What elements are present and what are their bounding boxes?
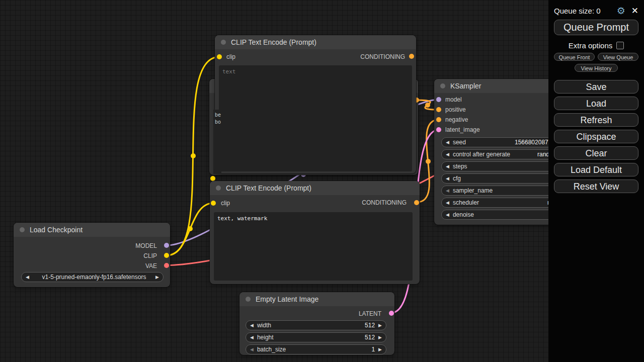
widget-value: 1566802087: [515, 139, 548, 146]
comfy-menu-panel: Queue size: 0 ⚙ ✕ Queue Prompt Extra opt…: [548, 0, 644, 362]
collapse-dot[interactable]: [246, 297, 251, 302]
widget-label: cfg: [453, 175, 461, 182]
decrement-icon[interactable]: ◀: [250, 347, 254, 352]
width-widget[interactable]: ◀ width 512 ▶: [246, 320, 386, 330]
clipspace-button[interactable]: Clipspace: [554, 130, 638, 143]
batch-size-widget[interactable]: ◀ batch_size 1 ▶: [246, 344, 386, 354]
extra-options-checkbox[interactable]: [616, 42, 624, 49]
conditioning-output-dot[interactable]: [409, 54, 414, 59]
next-icon[interactable]: ▶: [155, 275, 159, 280]
node-title-bar[interactable]: CLIP Text Encode (Prompt): [215, 35, 416, 49]
decrement-icon[interactable]: ◀: [446, 140, 449, 145]
queue-size-label: Queue size: 0: [554, 7, 617, 15]
widget-label: sampler_name: [453, 187, 493, 194]
widget-label: height: [257, 334, 274, 341]
queue-prompt-button[interactable]: Queue Prompt: [554, 20, 638, 35]
save-button[interactable]: Save: [554, 80, 638, 94]
widget-label: denoise: [453, 211, 474, 218]
widget-label: batch_size: [257, 346, 286, 353]
widget-value: 1: [371, 346, 375, 353]
collapse-dot[interactable]: [216, 186, 221, 191]
refresh-button[interactable]: Refresh: [554, 113, 638, 127]
model-output-label: MODEL: [135, 242, 157, 249]
model-input-label: model: [445, 96, 462, 103]
node-title: Load Checkpoint: [30, 226, 83, 234]
decrement-icon[interactable]: ◀: [446, 188, 449, 193]
clip-input-label: clip: [221, 200, 230, 207]
prompt-textarea[interactable]: text, watermark: [214, 212, 413, 281]
latent-output-label: LATENT: [359, 310, 381, 317]
clip-output-dot[interactable]: [164, 253, 169, 258]
model-output-dot[interactable]: [164, 243, 169, 248]
widget-label: scheduler: [453, 199, 479, 206]
node-title-bar[interactable]: Load Checkpoint: [14, 223, 170, 237]
node-title-bar[interactable]: CLIP Text Encode (Prompt): [210, 181, 420, 195]
reset-view-button[interactable]: Reset View: [554, 179, 638, 193]
widget-label: control after generate: [453, 151, 510, 158]
increment-icon[interactable]: ▶: [378, 323, 382, 328]
clip-output-label: CLIP: [143, 252, 157, 259]
view-history-button[interactable]: View History: [575, 64, 618, 72]
hidden-prompt-textarea-sliver[interactable]: be bo: [213, 110, 221, 174]
node-clip-text-encode-top[interactable]: CLIP Text Encode (Prompt) clip CONDITION…: [215, 35, 416, 173]
node-clip-text-encode-negative[interactable]: CLIP Text Encode (Prompt) clip CONDITION…: [210, 181, 420, 284]
decrement-icon[interactable]: ◀: [250, 323, 254, 328]
node-title-bar[interactable]: Empty Latent Image: [239, 292, 394, 306]
extra-options-label: Extra options: [569, 41, 613, 50]
collapse-dot[interactable]: [221, 40, 226, 45]
vae-output-dot[interactable]: [164, 263, 169, 268]
conditioning-output-dot[interactable]: [414, 200, 419, 205]
view-queue-button[interactable]: View Queue: [598, 53, 638, 61]
decrement-icon[interactable]: ◀: [446, 164, 449, 169]
node-load-checkpoint[interactable]: Load Checkpoint MODEL CLIP VAE ◀ v1-5-pr…: [14, 223, 170, 287]
widget-value: 512: [365, 334, 375, 341]
decrement-icon[interactable]: ◀: [446, 212, 449, 217]
increment-icon[interactable]: ▶: [378, 347, 382, 352]
load-default-button[interactable]: Load Default: [554, 163, 638, 176]
prev-icon[interactable]: ◀: [26, 275, 29, 280]
clear-button[interactable]: Clear: [554, 146, 638, 160]
node-title: CLIP Text Encode (Prompt): [226, 184, 311, 192]
settings-gear-icon[interactable]: ⚙: [617, 6, 625, 16]
decrement-icon[interactable]: ◀: [446, 200, 449, 205]
collapse-dot[interactable]: [440, 83, 445, 88]
widget-value: v1-5-pruned-emaonly-fp16.safetensors: [33, 274, 155, 281]
close-icon[interactable]: ✕: [631, 6, 638, 16]
widget-label: steps: [453, 163, 467, 170]
decrement-icon[interactable]: ◀: [446, 152, 449, 157]
clip-input-dot[interactable]: [211, 201, 216, 206]
conditioning-output-label: CONDITIONING: [362, 199, 407, 206]
node-title: CLIP Text Encode (Prompt): [231, 38, 316, 46]
node-empty-latent-image[interactable]: Empty Latent Image LATENT ◀ width 512 ▶ …: [239, 292, 394, 355]
widget-value: 512: [365, 322, 375, 329]
widget-value: rand: [537, 151, 549, 158]
negative-input-label: negative: [445, 116, 468, 123]
positive-input-dot[interactable]: [436, 107, 441, 112]
clip-input-label: clip: [226, 53, 235, 60]
conditioning-output-label: CONDITIONING: [360, 53, 405, 60]
decrement-icon[interactable]: ◀: [250, 335, 254, 340]
negative-input-dot[interactable]: [436, 117, 441, 122]
latent-image-input-dot[interactable]: [436, 127, 441, 132]
node-title: KSampler: [450, 82, 481, 90]
prompt-textarea[interactable]: text: [219, 65, 412, 171]
widget-label: width: [257, 322, 271, 329]
increment-icon[interactable]: ▶: [378, 335, 382, 340]
clip-input-dot[interactable]: [217, 54, 222, 59]
node-title: Empty Latent Image: [256, 295, 318, 303]
positive-input-label: positive: [445, 106, 466, 113]
decrement-icon[interactable]: ◀: [446, 176, 449, 181]
load-button[interactable]: Load: [554, 97, 638, 110]
latent-image-input-label: latent_image: [445, 126, 480, 133]
collapse-dot[interactable]: [20, 227, 25, 232]
height-widget[interactable]: ◀ height 512 ▶: [246, 332, 386, 342]
queue-front-button[interactable]: Queue Front: [554, 53, 595, 61]
latent-output-dot[interactable]: [389, 311, 394, 316]
widget-label: seed: [453, 139, 466, 146]
ckpt-name-widget[interactable]: ◀ v1-5-pruned-emaonly-fp16.safetensors ▶: [21, 272, 164, 282]
model-input-dot[interactable]: [436, 97, 441, 102]
clip-input-dot[interactable]: [210, 176, 215, 181]
vae-output-label: VAE: [145, 262, 157, 269]
